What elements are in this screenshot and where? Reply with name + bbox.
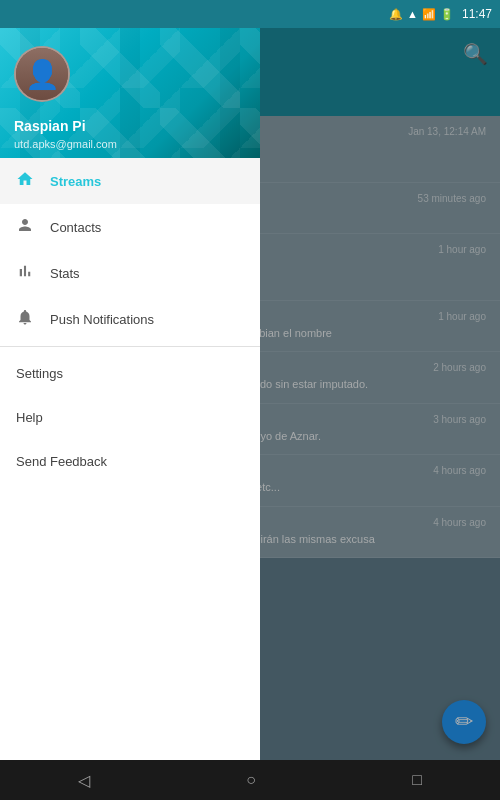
drawer-item-send-feedback[interactable]: Send Feedback [0,439,260,483]
drawer-text-label: Send Feedback [16,454,107,469]
battery-icon: 🔋 [440,8,454,21]
back-button[interactable]: ◁ [58,763,110,798]
drawer-item-help[interactable]: Help [0,395,260,439]
user-email: utd.apks@gmail.com [14,138,117,150]
avatar-image: 👤 [16,48,68,100]
user-name: Raspian Pi [14,118,86,134]
drawer-divider [0,346,260,347]
drawer-text-label: Help [16,410,43,425]
drawer-item-settings[interactable]: Settings [0,351,260,395]
wifi-icon: ▲ [407,8,418,20]
sidebar-item-push-notifications[interactable]: Push Notifications [0,296,260,342]
sidebar-item-label: Stats [50,266,80,281]
signal-icon: 📶 [422,8,436,21]
time-display: 11:47 [462,7,492,21]
drawer-text-label: Settings [16,366,63,381]
notification-icon: 🔔 [389,8,403,21]
push-notifications-icon [14,308,36,330]
streams-icon [14,170,36,192]
avatar: 👤 [14,46,70,102]
home-button[interactable]: ○ [226,763,276,797]
status-bar: 🔔 ▲ 📶 🔋 11:47 [0,0,500,28]
sidebar-item-label: Streams [50,174,101,189]
sidebar-item-streams[interactable]: Streams [0,158,260,204]
status-icons: 🔔 ▲ 📶 🔋 11:47 [389,7,492,21]
navigation-bar: ◁ ○ □ [0,760,500,800]
drawer-nav: Streams Contacts Stats Push Notification… [0,158,260,760]
navigation-drawer: 👤 Raspian Pi utd.apks@gmail.com Streams … [0,28,260,760]
stats-icon [14,262,36,284]
recents-button[interactable]: □ [392,763,442,797]
sidebar-item-label: Push Notifications [50,312,154,327]
sidebar-item-contacts[interactable]: Contacts [0,204,260,250]
sidebar-item-stats[interactable]: Stats [0,250,260,296]
sidebar-item-label: Contacts [50,220,101,235]
drawer-header: 👤 Raspian Pi utd.apks@gmail.com [0,28,260,158]
contacts-icon [14,216,36,238]
